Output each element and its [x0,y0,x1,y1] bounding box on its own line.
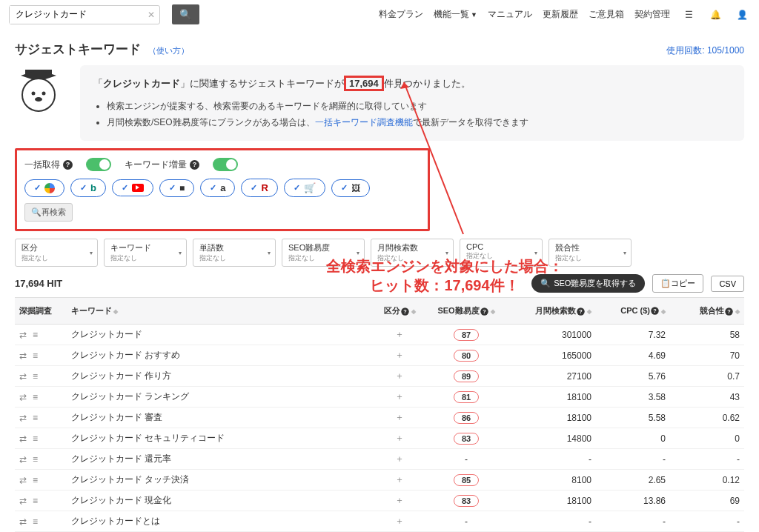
retweet-icon[interactable]: ⇄ [19,392,27,402]
search-input[interactable] [10,6,143,24]
sort-icon: ◆ [735,308,740,315]
csv-button[interactable]: CSV [711,276,744,292]
help-icon[interactable]: ? [651,307,658,315]
plus-icon[interactable]: ＋ [395,391,404,402]
plus-icon[interactable]: ＋ [395,350,404,360]
menu-icon[interactable]: ≡ [33,496,38,506]
bulk-toggle[interactable] [86,158,111,171]
retweet-icon[interactable]: ⇄ [19,516,27,527]
nav-changelog[interactable]: 更新履歴 [543,8,578,21]
intro-section: 「クレジットカード」に関連するサジェストキーワードが17,694件見つかりました… [15,65,744,141]
howto-link[interactable]: （使い方） [148,45,189,56]
filter-label: 競合性 [555,242,625,253]
filter-0[interactable]: 区分指定なし [15,239,98,267]
retweet-icon[interactable]: ⇄ [19,496,27,506]
plus-icon[interactable]: ＋ [395,516,404,526]
copy-button[interactable]: 📋コピー [652,274,703,293]
menu-icon[interactable]: ≡ [33,330,38,340]
re-search-button[interactable]: 🔍再検索 [24,203,73,222]
filter-6[interactable]: 競合性指定なし [548,239,632,267]
help-icon[interactable]: ? [190,160,199,170]
plus-icon[interactable]: ＋ [395,329,404,339]
menu-icon[interactable]: ≡ [33,413,38,423]
help-icon[interactable]: ? [480,307,488,315]
cell-cpc: 7.32 [596,325,670,345]
help-icon[interactable]: ? [63,160,73,170]
nav-feedback[interactable]: ご意見箱 [589,8,624,21]
nav-pricing[interactable]: 料金プラン [379,8,423,21]
bulk-toggle-label: 一括取得? [24,159,73,171]
engine-amazon[interactable]: ✓a [200,179,235,197]
filter-3[interactable]: SEO難易度指定なし [282,239,365,267]
filter-4[interactable]: 月間検索数指定なし [371,239,454,267]
bulk-research-link[interactable]: 一括キーワード調査機能 [315,117,413,127]
engine-google[interactable]: ✓ [24,179,64,197]
nav-contract[interactable]: 契約管理 [634,8,670,21]
menu-icon[interactable]: ≡ [33,433,38,444]
filter-5[interactable]: CPC指定なし [460,239,543,267]
retweet-icon[interactable]: ⇄ [19,330,27,340]
col-monthly[interactable]: 月間検索数?◆ [507,298,596,325]
nav-manual[interactable]: マニュアル [488,8,532,21]
cell-comp: 0.7 [670,366,744,387]
nav-features[interactable]: 機能一覧▼ [434,8,477,21]
svg-point-3 [32,92,36,96]
engine-rakuten[interactable]: ✓R [241,179,277,197]
menu-icon[interactable]: ≡ [33,454,38,465]
engine-bing[interactable]: ✓b [70,179,106,197]
seo-pill: 83 [454,433,479,445]
col-keyword[interactable]: キーワード◆ [67,298,374,325]
filter-1[interactable]: キーワード指定なし [104,239,187,267]
retweet-icon[interactable]: ⇄ [19,475,27,485]
plus-icon[interactable]: ＋ [395,433,404,443]
help-icon[interactable]: ? [401,307,408,315]
retweet-icon[interactable]: ⇄ [19,413,27,423]
engine-shopping[interactable]: ✓🛒 [284,179,325,197]
sort-icon: ◆ [411,308,416,315]
search-icon: 🔍 [179,9,192,20]
plus-icon[interactable]: ＋ [395,495,404,505]
boost-toggle[interactable] [213,158,238,171]
engine-image[interactable]: ✓🖼 [331,179,370,197]
plus-icon[interactable]: ＋ [395,453,404,464]
help-icon[interactable]: ? [725,307,732,315]
col-comp[interactable]: 競合性?◆ [670,298,744,325]
plus-icon[interactable]: ＋ [395,474,404,485]
cell-comp: - [670,511,744,532]
retweet-icon[interactable]: ⇄ [19,350,27,361]
engine-youtube[interactable]: ✓ [112,179,153,196]
cell-cpc: 3.58 [596,387,670,408]
help-icon[interactable]: ? [577,307,584,315]
get-seo-button[interactable]: 🔍SEO難易度を取得する [531,274,645,293]
search-wrap: ✕ [9,5,160,24]
filter-2[interactable]: 単語数指定なし [193,239,276,267]
menu-icon[interactable]: ≡ [33,475,38,485]
col-seo[interactable]: SEO難易度?◆ [425,298,507,325]
user-icon[interactable]: 👤 [734,7,750,23]
retweet-icon[interactable]: ⇄ [19,433,27,444]
menu-icon[interactable]: ≡ [33,392,38,402]
cell-cpc: 13.86 [596,491,670,511]
col-dig: 深掘調査 [15,298,67,325]
engine-video[interactable]: ✓■ [159,179,194,197]
col-kubun[interactable]: 区分?◆ [374,298,425,325]
table-row: ⇄≡クレジットカード ランキング＋81181003.5843 [15,387,744,408]
menu-icon[interactable]: ☰ [680,7,697,23]
search-button[interactable]: 🔍 [172,4,199,24]
menu-icon[interactable]: ≡ [33,516,38,527]
cell-monthly: 301000 [507,325,596,345]
plus-icon[interactable]: ＋ [395,370,404,381]
plus-icon[interactable]: ＋ [395,412,404,422]
bell-icon[interactable]: 🔔 [707,7,723,23]
menu-icon[interactable]: ≡ [33,371,38,382]
col-cpc[interactable]: CPC ($)?◆ [596,298,670,325]
retweet-icon[interactable]: ⇄ [19,454,27,465]
chevron-down-icon: ▼ [471,11,477,19]
cell-monthly: 18100 [507,491,596,511]
intro-count-highlight: 17,694 [344,76,384,91]
cell-keyword: クレジットカード 審査 [67,408,374,428]
menu-icon[interactable]: ≡ [33,350,38,361]
filter-label: 月間検索数 [377,242,447,253]
retweet-icon[interactable]: ⇄ [19,371,27,382]
clear-icon[interactable]: ✕ [143,10,159,20]
